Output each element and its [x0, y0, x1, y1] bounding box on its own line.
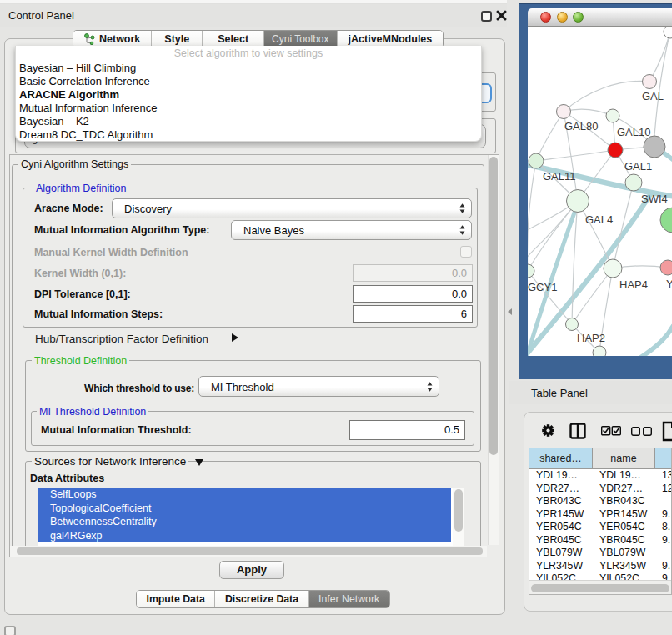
table-row[interactable]: YBR043C YBR043C [529, 495, 671, 508]
settings-vscrollbar-thumb[interactable] [489, 157, 498, 455]
table-header-row: shared… name [529, 448, 671, 469]
checked-columns-icon[interactable] [601, 426, 621, 436]
tab-jactivemnodules[interactable]: jActiveMNodules [337, 31, 444, 48]
close-panel-button[interactable] [495, 9, 508, 22]
network-node-gal4[interactable] [567, 190, 589, 212]
network-node-y[interactable] [660, 260, 672, 275]
network-edge[interactable] [654, 32, 670, 136]
tab-cyni-toolbox[interactable]: Cyni Toolbox [263, 31, 336, 48]
control-panel-title: Control Panel [8, 9, 74, 22]
table-row[interactable]: YBR045C YBR045C 9. [529, 534, 671, 548]
tab-cyni-toolbox-label: Cyni Toolbox [272, 33, 328, 45]
apply-button[interactable]: Apply [219, 561, 284, 579]
tab-discretize-data[interactable]: Discretize Data [214, 591, 308, 608]
network-node-hap4[interactable] [604, 259, 622, 278]
network-node-swi4[interactable] [625, 174, 642, 191]
mi-algorithm-type-label: Mutual Information Algorithm Type: [34, 224, 209, 236]
data-attribute-item[interactable]: SelfLoops [38, 488, 451, 502]
column-header-partial[interactable] [655, 448, 671, 468]
tab-network[interactable]: Network [73, 31, 151, 48]
network-node-gal80[interactable] [557, 105, 571, 119]
unchecked-columns-icon[interactable] [631, 427, 652, 436]
network-node[interactable] [644, 136, 665, 158]
network-edge[interactable] [528, 201, 578, 271]
mi-algorithm-type-combobox[interactable]: Naive Bayes [231, 220, 472, 240]
table-hscrollbar-track[interactable] [529, 580, 672, 595]
network-node-gal1[interactable] [608, 142, 623, 158]
which-threshold-value: MI Threshold [211, 380, 274, 392]
tab-infer-network[interactable]: Infer Network [308, 591, 389, 608]
network-view-canvas[interactable]: GALGAL80GAL10GAL1GAL11SWI4GAL4GCY1HAP4YH… [528, 27, 672, 356]
network-node-label: GAL11 [543, 170, 576, 182]
dpi-tolerance-field[interactable]: 0.0 [353, 285, 473, 302]
network-node[interactable] [593, 346, 606, 356]
network-edge[interactable] [649, 32, 670, 82]
tab-impute-data[interactable]: Impute Data [137, 591, 214, 608]
aracne-mode-combobox[interactable]: Discovery [112, 198, 472, 218]
expand-arrow-icon[interactable] [232, 333, 238, 342]
close-traffic-light-icon[interactable] [540, 12, 551, 22]
table-hscrollbar-thumb[interactable] [531, 584, 669, 592]
tab-impute-data-label: Impute Data [147, 593, 205, 605]
zoom-traffic-light-icon[interactable] [573, 12, 584, 22]
network-node-hap2[interactable] [566, 318, 579, 331]
cell-shared-name: YPR145W [529, 508, 593, 522]
bottom-corner-icon[interactable] [4, 626, 16, 635]
cell-value: 9. [655, 534, 671, 548]
data-attribute-item[interactable]: BetweennessCentrality [38, 515, 451, 529]
algorithm-list-item[interactable]: Mutual Information Inference [16, 102, 481, 115]
splitter-collapse-icon[interactable] [508, 308, 512, 315]
network-node-label: GAL [642, 90, 664, 102]
network-node[interactable] [664, 27, 672, 38]
table-row[interactable]: YPR145W YPR145W 9. [529, 508, 671, 522]
document-icon[interactable] [662, 421, 672, 442]
mi-threshold-field[interactable]: 0.5 [349, 420, 465, 440]
network-edge[interactable] [564, 81, 649, 112]
algorithm-list-item[interactable]: Basic Correlation Inference [16, 75, 481, 88]
cell-name: YLR345W [593, 560, 655, 573]
settings-hscrollbar-thumb[interactable] [17, 548, 483, 555]
kernel-width-field[interactable]: 0.0 [353, 264, 473, 282]
tab-select[interactable]: Select [202, 31, 263, 48]
list-scrollbar-thumb[interactable] [454, 489, 463, 532]
tab-discretize-data-label: Discretize Data [225, 593, 298, 605]
network-edge-thick[interactable] [640, 325, 672, 356]
collapse-arrow-icon[interactable] [195, 459, 203, 466]
network-node-gal11[interactable] [529, 153, 544, 168]
table-row[interactable]: YDL19… YDL19… 13 [529, 469, 671, 482]
network-window-titlebar[interactable] [528, 8, 672, 27]
float-window-button[interactable] [481, 11, 492, 22]
cell-shared-name: YER054C [529, 521, 593, 534]
algorithm-list-item[interactable]: Bayesian – K2 [16, 115, 481, 128]
table-row[interactable]: YBL079W YBL079W [529, 547, 671, 560]
network-node-gal[interactable] [643, 75, 657, 89]
split-panel-icon[interactable] [569, 422, 586, 439]
column-header-name[interactable]: name [593, 448, 655, 468]
mi-threshold-definition-title: MI Threshold Definition [37, 406, 148, 418]
network-edge[interactable] [536, 150, 615, 161]
table-row[interactable]: YLR345W YLR345W 9. [529, 560, 671, 573]
data-attribute-item[interactable]: TopologicalCoefficient [38, 502, 451, 516]
network-node[interactable] [660, 208, 672, 232]
network-node-gal10[interactable] [606, 109, 619, 122]
manual-kernel-width-checkbox[interactable] [460, 246, 472, 258]
cell-shared-name: YBR043C [529, 495, 593, 508]
data-attribute-item[interactable]: gal4RGexp [38, 529, 451, 543]
cell-value: 8. [655, 521, 671, 534]
gear-icon[interactable] [541, 423, 555, 438]
minimize-traffic-light-icon[interactable] [557, 12, 568, 22]
algorithm-list-item[interactable]: Bayesian – Hill Climbing [16, 62, 481, 75]
algorithm-list-item[interactable]: Dream8 DC_TDC Algorithm [16, 128, 481, 142]
network-node-gcy1[interactable] [528, 264, 534, 278]
table-row[interactable]: YDR27… YDR27… 12 [529, 482, 671, 496]
mi-steps-field[interactable]: 6 [353, 305, 473, 322]
column-header-shared-name[interactable]: shared… [529, 448, 593, 468]
algorithm-list-item[interactable]: ARACNE Algorithm [16, 88, 481, 102]
tab-style[interactable]: Style [151, 31, 202, 48]
network-edge[interactable] [528, 201, 578, 261]
bottom-tabbar: Impute Data Discretize Data Infer Networ… [136, 590, 390, 608]
table-row[interactable]: YER054C YER054C 8. [529, 521, 671, 534]
network-edge[interactable] [536, 112, 564, 161]
cell-shared-name: YLR345W [529, 560, 593, 573]
which-threshold-combobox[interactable]: MI Threshold [198, 376, 439, 397]
